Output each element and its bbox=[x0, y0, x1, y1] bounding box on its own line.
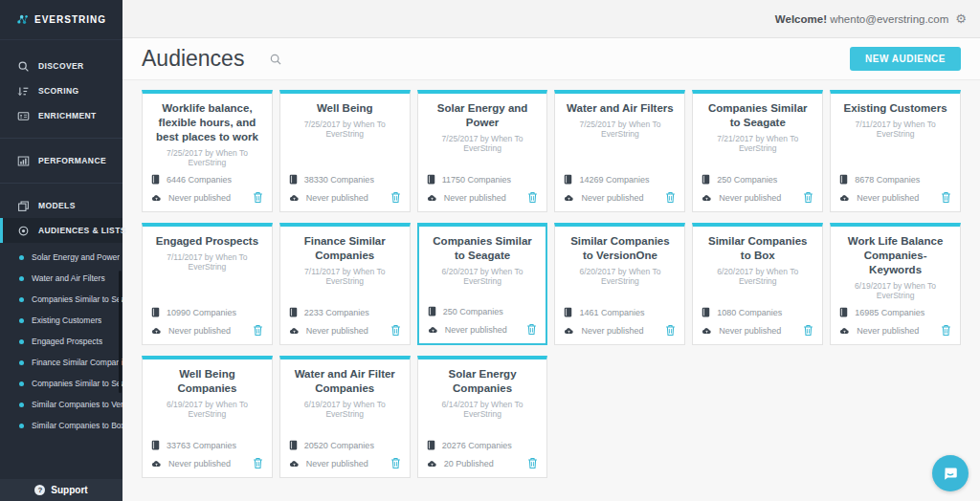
audience-card[interactable]: Companies Similar to Seagate 6/20/2017 b… bbox=[417, 223, 548, 345]
card-title: Work Life Balance Companies- Keywords bbox=[839, 234, 951, 277]
card-published-status: Never published bbox=[306, 459, 368, 468]
sidebar-scrollbar[interactable] bbox=[119, 271, 122, 393]
sidebar-item-enrichment[interactable]: ENRICHMENT bbox=[0, 103, 122, 128]
audience-card[interactable]: Solar Energy Companies 6/14/2017 by When… bbox=[417, 356, 548, 478]
card-date: 6/20/2017 by When To EverString bbox=[702, 267, 813, 286]
sidebar-list-item-label: Solar Energy and Power bbox=[32, 252, 120, 262]
card-date: 6/20/2017 by When To EverString bbox=[428, 267, 538, 286]
sidebar-item-label: SCORING bbox=[38, 86, 78, 96]
trash-icon[interactable] bbox=[665, 324, 676, 337]
sidebar-list-item[interactable]: Similar Companies to Ver... bbox=[0, 394, 122, 415]
audience-card[interactable]: Similar Companies to VersionOne 6/20/201… bbox=[554, 223, 685, 345]
card-published-status: Never published bbox=[306, 326, 368, 336]
companies-icon bbox=[564, 174, 572, 185]
sidebar-list-item[interactable]: Finance Similar Companies bbox=[0, 352, 122, 373]
audience-card[interactable]: Work Life Balance Companies- Keywords 6/… bbox=[830, 223, 961, 345]
everstring-logo-icon bbox=[16, 13, 29, 26]
new-audience-button[interactable]: NEW AUDIENCE bbox=[850, 47, 961, 71]
bullet-dot-icon bbox=[19, 381, 24, 386]
layers-icon bbox=[17, 200, 30, 212]
chat-bubble-button[interactable] bbox=[932, 455, 969, 491]
trash-icon[interactable] bbox=[390, 191, 401, 204]
trash-icon[interactable] bbox=[253, 324, 263, 337]
card-published-row: 20 Published bbox=[427, 457, 539, 469]
support-button[interactable]: ? Support bbox=[0, 479, 122, 501]
audience-card[interactable]: Well Being 7/25/2017 by When To EverStri… bbox=[279, 90, 411, 212]
card-title: Water and Air Filter Companies bbox=[289, 367, 401, 396]
card-published-row: Never published bbox=[151, 191, 263, 204]
audience-card[interactable]: Companies Similar to Seagate 7/21/2017 b… bbox=[692, 90, 823, 212]
settings-gear-icon[interactable]: ⚙ bbox=[955, 12, 967, 25]
audience-card[interactable]: Well Being Companies 6/19/2017 by When T… bbox=[142, 356, 273, 478]
sidebar-item-discover[interactable]: DISCOVER bbox=[0, 54, 122, 78]
sidebar-item-models[interactable]: MODELS bbox=[0, 193, 122, 218]
card-title: Water and Air Filters bbox=[564, 101, 676, 116]
sidebar-list-item[interactable]: Water and Air Filters bbox=[0, 268, 122, 289]
cloud-upload-icon bbox=[839, 194, 850, 202]
card-published-status: Never published bbox=[719, 326, 781, 336]
audience-card[interactable]: Finance Similar Companies 7/11/2017 by W… bbox=[279, 223, 411, 345]
sidebar-list-item[interactable]: Similar Companies to Box bbox=[0, 415, 122, 436]
sort-icon bbox=[17, 85, 30, 98]
user-email: whento@everstring.com bbox=[830, 13, 948, 25]
audience-card[interactable]: Solar Energy and Power 7/25/2017 by When… bbox=[417, 90, 548, 212]
card-date: 6/19/2017 by When To EverString bbox=[839, 281, 951, 300]
sidebar-list-item[interactable]: Engaged Prospects bbox=[0, 331, 122, 352]
sidebar-item-label: AUDIENCES & LISTS bbox=[38, 226, 126, 235]
audience-card[interactable]: Existing Customers 7/11/2017 by When To … bbox=[830, 90, 961, 212]
card-published-status: Never published bbox=[444, 193, 506, 203]
chat-icon bbox=[942, 465, 959, 482]
trash-icon[interactable] bbox=[527, 457, 538, 469]
cloud-upload-icon bbox=[564, 194, 574, 202]
trash-icon[interactable] bbox=[665, 191, 676, 204]
card-published-row: Never published bbox=[289, 324, 401, 337]
cloud-upload-icon bbox=[151, 194, 162, 202]
sidebar-item-scoring[interactable]: SCORING bbox=[0, 78, 122, 103]
trash-icon[interactable] bbox=[803, 324, 813, 337]
sidebar-item-audiences-lists[interactable]: AUDIENCES & LISTS bbox=[0, 218, 122, 243]
companies-icon bbox=[151, 307, 160, 317]
audience-card[interactable]: Water and Air Filters 7/25/2017 by When … bbox=[554, 90, 685, 212]
card-published-status: Never published bbox=[581, 326, 643, 336]
audience-card[interactable]: Similar Companies to Box 6/20/2017 by Wh… bbox=[692, 223, 823, 345]
trash-icon[interactable] bbox=[253, 191, 263, 204]
card-published-status: Never published bbox=[581, 193, 643, 203]
audience-card[interactable]: Engaged Prospects 7/11/2017 by When To E… bbox=[142, 223, 273, 345]
nav-divider bbox=[0, 138, 122, 139]
audience-card[interactable]: Water and Air Filter Companies 6/19/2017… bbox=[279, 356, 411, 478]
card-companies-row: 8678 Companies bbox=[839, 174, 951, 185]
trash-icon[interactable] bbox=[803, 191, 813, 204]
card-companies-row: 14269 Companies bbox=[564, 174, 676, 185]
card-published-row: Never published bbox=[289, 457, 401, 469]
bullet-dot-icon bbox=[19, 276, 24, 281]
card-published-status: Never published bbox=[857, 326, 919, 336]
card-title: Similar Companies to Box bbox=[702, 234, 813, 263]
trash-icon[interactable] bbox=[390, 457, 401, 469]
trash-icon[interactable] bbox=[390, 324, 401, 337]
cloud-upload-icon bbox=[151, 460, 162, 468]
sidebar-list-item[interactable]: Solar Energy and Power bbox=[0, 247, 122, 268]
search-audiences-icon[interactable] bbox=[269, 53, 282, 66]
cloud-upload-icon bbox=[427, 194, 437, 202]
cloud-upload-icon bbox=[428, 326, 438, 334]
audience-card[interactable]: Worklife balance, flexible hours, and be… bbox=[142, 90, 273, 212]
trash-icon[interactable] bbox=[941, 324, 951, 337]
trash-icon[interactable] bbox=[526, 323, 537, 336]
trash-icon[interactable] bbox=[253, 457, 263, 469]
cloud-upload-icon bbox=[702, 194, 712, 202]
trash-icon[interactable] bbox=[941, 191, 951, 204]
card-companies-row: 38330 Companies bbox=[289, 174, 401, 185]
card-companies-row: 2233 Companies bbox=[289, 307, 401, 317]
sidebar-list-item[interactable]: Companies Similar to Sea... bbox=[0, 373, 122, 394]
sidebar-list-item[interactable]: Companies Similar to Sea... bbox=[0, 289, 122, 310]
card-title: Well Being bbox=[289, 101, 401, 116]
page-title: Audiences bbox=[142, 46, 244, 72]
sidebar-list-item[interactable]: Existing Customers bbox=[0, 310, 122, 331]
cloud-upload-icon bbox=[564, 327, 574, 335]
trash-icon[interactable] bbox=[527, 191, 538, 204]
sidebar-lists: Solar Energy and Power Water and Air Fil… bbox=[0, 243, 122, 436]
card-companies-row: 250 Companies bbox=[702, 174, 813, 185]
bullet-dot-icon bbox=[19, 339, 24, 344]
card-published-row: Never published bbox=[702, 191, 813, 204]
sidebar-item-performance[interactable]: PERFORMANCE bbox=[0, 148, 122, 173]
